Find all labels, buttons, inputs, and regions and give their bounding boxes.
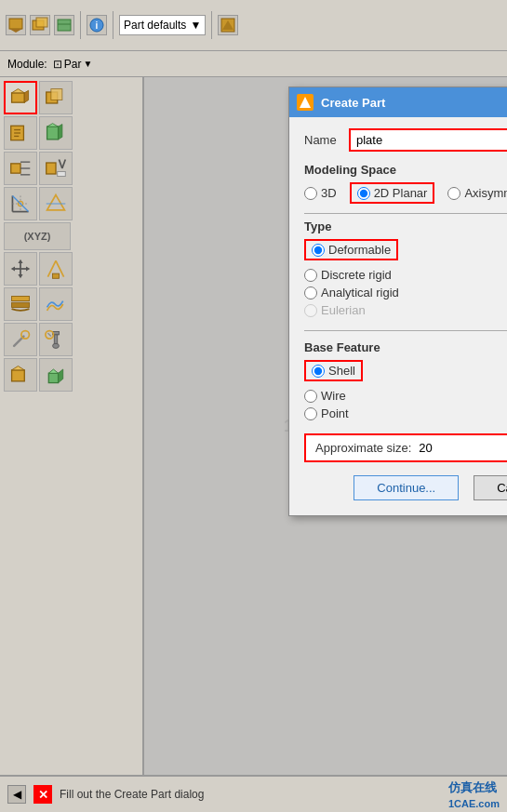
svg-rect-46: [53, 273, 60, 278]
type-deformable-label: Deformable: [328, 243, 391, 257]
svg-line-28: [62, 160, 65, 168]
type-deformable-option[interactable]: Deformable: [304, 239, 398, 260]
svg-rect-56: [12, 370, 25, 381]
radio-shell[interactable]: [312, 365, 325, 378]
status-brand-url: 1CAE.com: [448, 798, 500, 809]
name-input[interactable]: [349, 128, 507, 152]
svg-line-27: [59, 160, 61, 168]
svg-rect-0: [9, 19, 22, 29]
svg-rect-3: [36, 18, 47, 27]
option-3d[interactable]: 3D: [304, 186, 337, 200]
sidebar-icon-grid: (XYZ): [0, 77, 142, 395]
toolbar-icon-3[interactable]: [54, 15, 74, 35]
sidebar-icon-box2[interactable]: [39, 358, 73, 392]
left-sidebar: (XYZ): [0, 77, 144, 775]
option-axisymmetric[interactable]: Axisymmetric: [447, 186, 507, 200]
radio-eulerian: [304, 304, 317, 317]
type-discrete-rigid-option[interactable]: Discrete rigid: [304, 268, 496, 282]
part-defaults-combo[interactable]: Part defaults ▼: [119, 15, 206, 35]
base-wire-option[interactable]: Wire: [304, 389, 507, 403]
svg-rect-22: [11, 164, 20, 173]
sidebar-icon-2[interactable]: [39, 81, 73, 114]
svg-marker-1: [9, 29, 22, 33]
dialog-titlebar: Create Part ✕: [289, 87, 507, 117]
sidebar-icon-xyz[interactable]: (XYZ): [4, 222, 71, 250]
part-defaults-arrow: ▼: [190, 19, 201, 32]
sidebar-icon-5[interactable]: [4, 152, 37, 185]
divider-1: [304, 213, 507, 214]
divider-2: [304, 330, 507, 331]
status-nav-back[interactable]: ◀: [7, 785, 26, 804]
type-column: Type Deformable Discrete rigid: [304, 220, 496, 321]
radio-wire[interactable]: [304, 390, 317, 403]
base-feature-section: Base Feature Shell Wire: [304, 340, 507, 420]
modeling-space-label: Modeling Space: [304, 163, 507, 177]
svg-marker-60: [59, 369, 63, 383]
sidebar-icon-tools[interactable]: [4, 323, 37, 356]
radio-deformable[interactable]: [312, 244, 325, 257]
sidebar-icon-wrench[interactable]: [39, 323, 73, 356]
svg-marker-41: [18, 274, 22, 278]
svg-rect-37: [47, 203, 66, 205]
svg-point-53: [53, 343, 60, 348]
type-options-row: Type Deformable Discrete rigid: [304, 220, 507, 321]
sidebar-icon-4[interactable]: [39, 116, 73, 150]
dialog-title: Create Part: [321, 96, 385, 110]
radio-2d-planar[interactable]: [357, 187, 370, 200]
option-3d-label: 3D: [321, 186, 337, 200]
base-point-option[interactable]: Point: [304, 406, 507, 420]
module-arrow: ▼: [83, 59, 92, 69]
base-point-label: Point: [321, 406, 349, 420]
option-2d-planar-label: 2D Planar: [374, 186, 428, 200]
dialog-buttons: Continue... Cancel: [304, 475, 507, 504]
svg-rect-29: [58, 171, 66, 176]
toolbar-icon-2[interactable]: [30, 15, 50, 35]
sidebar-icon-create-part[interactable]: [4, 81, 37, 114]
approx-input[interactable]: [419, 441, 493, 455]
radio-axisymmetric[interactable]: [447, 187, 460, 200]
base-wire-label: Wire: [321, 389, 346, 403]
toolbar-icon-4[interactable]: i: [87, 15, 107, 35]
sidebar-icon-6[interactable]: [39, 152, 73, 185]
svg-marker-36: [47, 195, 65, 210]
svg-marker-21: [59, 125, 62, 140]
radio-discrete-rigid[interactable]: [304, 269, 317, 282]
toolbar-icon-5[interactable]: [218, 15, 238, 35]
base-shell-option[interactable]: Shell: [304, 360, 363, 381]
sidebar-icon-3[interactable]: [4, 116, 37, 150]
sidebar-icon-transform[interactable]: [39, 252, 73, 286]
sidebar-icon-layers[interactable]: [4, 287, 37, 321]
type-analytical-rigid-option[interactable]: Analytical rigid: [304, 286, 496, 300]
dialog-body: Name Modeling Space 3D 2D Planar: [289, 117, 507, 515]
toolbar-icon-1[interactable]: [6, 15, 26, 35]
status-text: Fill out the Create Part dialog: [60, 788, 441, 801]
continue-button[interactable]: Continue...: [354, 475, 459, 500]
svg-rect-47: [12, 296, 30, 300]
part-defaults-label: Part defaults: [124, 19, 186, 32]
approx-label: Approximate size:: [315, 441, 411, 455]
radio-3d[interactable]: [304, 187, 317, 200]
sidebar-icon-wave[interactable]: [39, 287, 73, 321]
sidebar-icon-7[interactable]: [4, 187, 37, 220]
radio-point[interactable]: [304, 407, 317, 420]
svg-marker-20: [47, 124, 59, 126]
options-column: Options None available: [496, 220, 507, 321]
sidebar-icon-8[interactable]: [39, 187, 73, 220]
svg-rect-4: [58, 20, 71, 31]
modeling-space-row: 3D 2D Planar Axisymmetric: [304, 182, 507, 204]
status-brand-cn: 仿真在线: [448, 780, 497, 794]
sidebar-icon-box1[interactable]: [4, 358, 37, 392]
radio-analytical-rigid[interactable]: [304, 286, 317, 300]
option-2d-planar[interactable]: 2D Planar: [350, 182, 435, 204]
svg-marker-57: [12, 366, 25, 370]
cancel-button[interactable]: Cancel: [474, 475, 507, 500]
canvas-area: 1CAE.com Create Part ✕: [144, 77, 507, 775]
svg-marker-12: [24, 90, 28, 102]
sidebar-icon-arrows[interactable]: [4, 252, 37, 286]
top-toolbar: i Part defaults ▼: [0, 0, 507, 51]
status-error-icon: ✕: [33, 785, 52, 804]
svg-marker-42: [11, 266, 15, 271]
module-label: Module:: [7, 58, 47, 71]
approx-size-row[interactable]: Approximate size:: [304, 433, 507, 462]
module-value: Par: [64, 58, 82, 71]
